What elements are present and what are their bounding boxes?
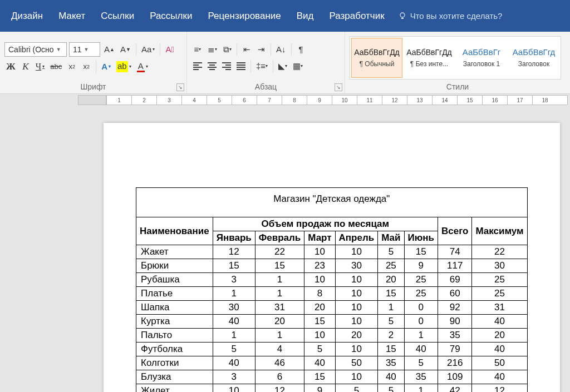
cell-value[interactable]: 10	[335, 245, 378, 259]
superscript-button[interactable]: x2	[80, 60, 92, 73]
cell-value[interactable]: 8	[304, 287, 335, 301]
cell-value[interactable]: 10	[335, 301, 378, 315]
cell-value[interactable]: 1	[213, 329, 255, 343]
numbering-button[interactable]: ≣▾	[206, 43, 219, 56]
cell-value[interactable]: 20	[304, 301, 335, 315]
cell-max[interactable]: 22	[472, 245, 527, 259]
subscript-button[interactable]: x2	[66, 60, 78, 73]
cell-value[interactable]: 25	[404, 273, 438, 287]
cell-name[interactable]: Блузка	[136, 370, 213, 384]
col-name-header[interactable]: Наименование	[136, 217, 213, 245]
cell-value[interactable]: 3	[213, 273, 255, 287]
increase-indent-button[interactable]: ⇥	[255, 43, 267, 56]
month-header[interactable]: Июнь	[404, 231, 438, 245]
cell-name[interactable]: Пальто	[136, 329, 213, 343]
cell-max[interactable]: 40	[472, 343, 527, 356]
clear-formatting-button[interactable]: A⃠	[164, 43, 176, 56]
cell-value[interactable]: 40	[404, 343, 438, 356]
cell-value[interactable]: 31	[255, 301, 304, 315]
cell-value[interactable]: 0	[404, 301, 438, 315]
cell-value[interactable]: 12	[213, 245, 255, 259]
cell-value[interactable]: 15	[378, 343, 404, 356]
cell-value[interactable]: 0	[404, 315, 438, 329]
font-size-combo[interactable]: 11▼	[69, 42, 100, 57]
cell-name[interactable]: Жилет	[136, 384, 213, 393]
shrink-font-button[interactable]: A▼	[119, 43, 132, 56]
table-title[interactable]: Магазин "Детская одежда"	[136, 188, 528, 217]
cell-max[interactable]: 20	[472, 329, 527, 343]
cell-max[interactable]: 30	[472, 259, 527, 273]
cell-value[interactable]: 35	[378, 356, 404, 370]
font-name-combo[interactable]: Calibri (Осно▼	[4, 42, 67, 57]
col-max-header[interactable]: Максимум	[472, 217, 527, 245]
table-row[interactable]: Футболка5451015407940	[136, 343, 528, 356]
cell-value[interactable]: 30	[335, 259, 378, 273]
italic-button[interactable]: К	[19, 60, 32, 73]
cell-total[interactable]: 35	[438, 329, 471, 343]
cell-value[interactable]: 40	[304, 356, 335, 370]
cell-value[interactable]: 50	[335, 356, 378, 370]
cell-max[interactable]: 25	[472, 287, 527, 301]
cell-value[interactable]: 25	[404, 287, 438, 301]
align-left-button[interactable]	[191, 59, 204, 73]
cell-value[interactable]: 15	[213, 259, 255, 273]
cell-max[interactable]: 50	[472, 356, 527, 370]
font-dialog-launcher[interactable]: ↘	[176, 83, 184, 91]
cell-total[interactable]: 109	[438, 370, 471, 384]
font-color-button[interactable]: A▾	[135, 60, 150, 73]
cell-value[interactable]: 5	[335, 384, 378, 393]
cell-value[interactable]: 5	[378, 245, 404, 259]
justify-button[interactable]	[235, 59, 247, 73]
cell-value[interactable]: 15	[404, 245, 438, 259]
cell-name[interactable]: Жакет	[136, 245, 213, 259]
month-header[interactable]: Февраль	[255, 231, 304, 245]
table-row[interactable]: Брюки1515233025911730	[136, 259, 528, 273]
cell-total[interactable]: 42	[438, 384, 471, 393]
menu-tab-ссылки[interactable]: Ссылки	[93, 5, 142, 27]
cell-total[interactable]: 79	[438, 343, 471, 356]
cell-value[interactable]: 12	[255, 384, 304, 393]
cell-max[interactable]: 25	[472, 273, 527, 287]
cell-value[interactable]: 46	[255, 356, 304, 370]
cell-name[interactable]: Брюки	[136, 259, 213, 273]
style-item[interactable]: АаБбВвГгДд¶ Обычный	[351, 38, 402, 78]
cell-value[interactable]: 40	[378, 370, 404, 384]
align-right-button[interactable]	[220, 59, 233, 73]
cell-value[interactable]: 1	[255, 273, 304, 287]
table-row[interactable]: Пальто111020213520	[136, 329, 528, 343]
col-months-header[interactable]: Объем продаж по месяцам	[213, 217, 438, 231]
cell-value[interactable]: 6	[255, 370, 304, 384]
cell-max[interactable]: 31	[472, 301, 527, 315]
cell-total[interactable]: 117	[438, 259, 471, 273]
paragraph-dialog-launcher[interactable]: ↘	[335, 83, 342, 91]
cell-value[interactable]: 25	[378, 259, 404, 273]
cell-value[interactable]: 4	[255, 343, 304, 356]
cell-value[interactable]: 2	[378, 329, 404, 343]
show-marks-button[interactable]: ¶	[295, 43, 307, 56]
cell-name[interactable]: Платье	[136, 287, 213, 301]
cell-total[interactable]: 60	[438, 287, 471, 301]
cell-value[interactable]: 10	[335, 343, 378, 356]
table-row[interactable]: Жилет101295514212	[136, 384, 528, 393]
menu-tab-разработчик[interactable]: Разработчик	[322, 5, 392, 27]
col-total-header[interactable]: Всего	[438, 217, 471, 245]
month-header[interactable]: Январь	[213, 231, 255, 245]
cell-value[interactable]: 10	[335, 370, 378, 384]
cell-max[interactable]: 12	[472, 384, 527, 393]
cell-name[interactable]: Куртка	[136, 315, 213, 329]
cell-total[interactable]: 92	[438, 301, 471, 315]
cell-value[interactable]: 1	[404, 384, 438, 393]
month-header[interactable]: Март	[304, 231, 335, 245]
cell-value[interactable]: 22	[255, 245, 304, 259]
style-item[interactable]: АаБбВвГгДд¶ Без инте...	[404, 38, 455, 78]
cell-value[interactable]: 10	[304, 245, 335, 259]
text-effects-button[interactable]: A▾	[100, 60, 112, 73]
cell-value[interactable]: 10	[335, 273, 378, 287]
cell-value[interactable]: 10	[213, 384, 255, 393]
cell-total[interactable]: 74	[438, 245, 471, 259]
table-row[interactable]: Колготки4046405035521650	[136, 356, 528, 370]
table-row[interactable]: Жакет122210105157422	[136, 245, 528, 259]
cell-value[interactable]: 1	[404, 329, 438, 343]
style-item[interactable]: АаБбВвГгдЗаголовок	[508, 38, 559, 78]
cell-value[interactable]: 15	[255, 259, 304, 273]
